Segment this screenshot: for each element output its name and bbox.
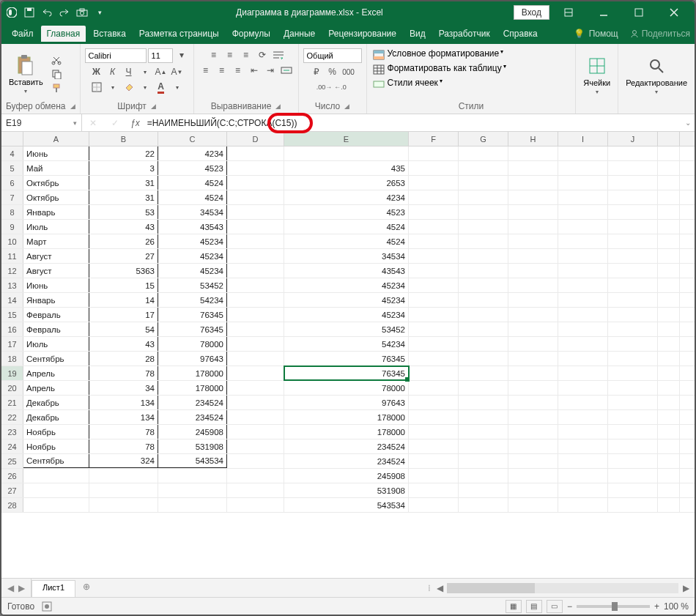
name-box[interactable]: E19▾ [1, 114, 82, 131]
save-icon[interactable] [23, 7, 35, 18]
paste-button[interactable]: Вставить ▾ [6, 53, 46, 96]
namebox-dd-icon[interactable]: ▾ [73, 119, 77, 127]
cell[interactable]: Ноябрь [23, 439, 89, 453]
cell[interactable]: 234524 [284, 439, 409, 453]
tab-5[interactable]: Данные [278, 26, 321, 42]
cell[interactable] [658, 322, 680, 336]
cell[interactable] [608, 410, 658, 424]
cell[interactable]: 43543 [284, 264, 409, 278]
align-middle-icon[interactable]: ≡ [223, 48, 237, 62]
cell[interactable] [227, 498, 284, 512]
cell[interactable]: 54234 [284, 337, 409, 351]
cell[interactable] [508, 176, 558, 190]
cell[interactable]: Февраль [23, 322, 89, 336]
cell[interactable] [227, 234, 284, 248]
row-header[interactable]: 10 [1, 234, 23, 248]
cell[interactable]: 17 [89, 308, 158, 322]
cell[interactable] [558, 146, 608, 160]
cell[interactable] [658, 146, 680, 160]
cell[interactable] [608, 205, 658, 219]
cell[interactable] [508, 205, 558, 219]
cell[interactable]: Декабрь [23, 410, 89, 424]
cell[interactable] [158, 498, 227, 512]
cell[interactable] [227, 293, 284, 307]
scroll-left-icon[interactable]: ◀ [434, 583, 445, 593]
cell[interactable]: Июль [23, 220, 89, 234]
col-header-C[interactable]: C [158, 132, 227, 146]
cell[interactable] [459, 439, 508, 453]
tab-6[interactable]: Рецензирование [322, 26, 402, 42]
cell[interactable] [558, 396, 608, 409]
cell[interactable] [558, 366, 608, 380]
underline-button[interactable]: Ч [122, 65, 136, 78]
cell[interactable] [658, 352, 680, 365]
percent-icon[interactable]: % [325, 65, 340, 78]
italic-button[interactable]: К [105, 65, 120, 78]
currency-icon[interactable]: ₽ [309, 65, 324, 78]
cell[interactable] [558, 337, 608, 351]
cell[interactable] [459, 410, 508, 424]
cell[interactable] [459, 176, 508, 190]
cell[interactable] [658, 483, 680, 497]
cell[interactable] [227, 381, 284, 395]
cell[interactable] [558, 264, 608, 278]
row-header[interactable]: 12 [1, 264, 23, 278]
cell[interactable] [558, 308, 608, 322]
cell[interactable]: 76345 [158, 322, 227, 336]
cell[interactable] [558, 425, 608, 439]
cell[interactable] [658, 249, 680, 263]
font-size-combo[interactable]: 11 [148, 48, 173, 63]
cell[interactable] [608, 483, 658, 497]
cell[interactable] [409, 220, 459, 234]
cell[interactable] [227, 220, 284, 234]
cell[interactable] [658, 220, 680, 234]
cell-styles-button[interactable]: Стили ячеек▾ [371, 78, 443, 91]
maximize-button[interactable] [623, 2, 655, 23]
cell[interactable]: Апрель [23, 366, 89, 380]
row-header[interactable]: 19 [1, 366, 23, 380]
cell[interactable] [508, 352, 558, 365]
cell[interactable]: 4523 [158, 161, 227, 175]
cell[interactable] [558, 410, 608, 424]
conditional-formatting-button[interactable]: Условное форматирование▾ [371, 48, 504, 62]
underline-dd-icon[interactable]: ▾ [138, 65, 152, 78]
row-header[interactable]: 21 [1, 396, 23, 409]
cell[interactable]: 4523 [284, 205, 409, 219]
cell[interactable] [227, 425, 284, 439]
help-bulb-icon[interactable]: 💡 [574, 29, 585, 39]
cell[interactable]: 31 [89, 190, 158, 204]
fill-color-icon[interactable] [122, 81, 136, 94]
cell[interactable] [608, 190, 658, 204]
cell[interactable] [409, 234, 459, 248]
cell[interactable] [558, 469, 608, 483]
cell[interactable]: 531908 [158, 439, 227, 453]
cell[interactable]: 45234 [284, 293, 409, 307]
bold-button[interactable]: Ж [89, 65, 104, 78]
cell[interactable] [158, 469, 227, 483]
cell[interactable]: 34 [89, 381, 158, 395]
view-page-layout-icon[interactable]: ▤ [526, 600, 542, 613]
sheet-next-icon[interactable]: ▶ [18, 583, 25, 593]
cell[interactable]: 4524 [284, 220, 409, 234]
cell[interactable]: 26 [89, 234, 158, 248]
cell[interactable] [658, 469, 680, 483]
cell[interactable]: 43 [89, 337, 158, 351]
cell[interactable] [409, 396, 459, 409]
cell[interactable]: 5363 [89, 264, 158, 278]
cell[interactable] [284, 146, 409, 160]
cell[interactable]: 134 [89, 410, 158, 424]
cell[interactable] [508, 454, 558, 468]
row-header[interactable]: 16 [1, 322, 23, 336]
login-button[interactable]: Вход [514, 5, 549, 20]
row-header[interactable]: 25 [1, 454, 23, 468]
cell[interactable]: Сентябрь [23, 454, 89, 468]
cell[interactable] [558, 483, 608, 497]
cell[interactable] [459, 425, 508, 439]
cell[interactable]: Октябрь [23, 176, 89, 190]
cell[interactable] [227, 322, 284, 336]
cell[interactable]: 45234 [158, 249, 227, 263]
cell[interactable] [459, 322, 508, 336]
cell[interactable]: 234524 [284, 454, 409, 468]
cell[interactable] [409, 337, 459, 351]
cell[interactable]: 45234 [284, 278, 409, 292]
